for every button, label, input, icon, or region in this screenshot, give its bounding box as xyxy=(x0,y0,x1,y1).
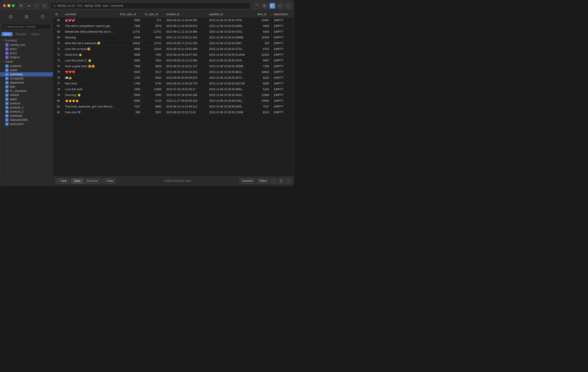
table-cell[interactable]: 1780 xyxy=(117,75,143,81)
table-cell[interactable]: 15354 xyxy=(255,35,272,40)
sidebar-item-comments[interactable]: ≡ comments xyxy=(0,72,53,76)
table-row[interactable]: 75❤️❤️❤️556920172015-09-30 16:50:20.5032… xyxy=(53,69,294,75)
maximize-button[interactable] xyxy=(12,4,15,7)
prev-page-button[interactable]: ‹ xyxy=(271,178,277,184)
sidebar-item-department[interactable]: ≡ department xyxy=(0,80,53,85)
sidebar-item-academic[interactable]: ≡ academic xyxy=(0,64,53,68)
sidebar-item-proc1[interactable]: f proc1 xyxy=(0,47,53,51)
table-cell[interactable]: 9448 xyxy=(117,35,143,40)
add-table-button[interactable]: + Table xyxy=(55,178,70,184)
table-cell[interactable]: Wow that hat is awesome 😮 xyxy=(63,40,117,46)
table-cell[interactable]: 82 xyxy=(53,110,63,115)
table-cell[interactable]: 72 xyxy=(53,52,63,58)
table-cell[interactable]: 2015-12-08 15:30:55.83586 xyxy=(207,63,255,69)
table-cell[interactable]: 2015-12-08 15:30:56.0825... xyxy=(207,104,255,110)
refresh-icon[interactable] xyxy=(254,3,260,9)
table-row[interactable]: 73Love this photo 🗒 🌟556976342015-09-06 … xyxy=(53,58,294,63)
table-cell[interactable]: 2015-12-08 15:30:54.9710... xyxy=(207,46,255,52)
table-cell[interactable]: Stunning xyxy=(63,35,117,40)
table-cell[interactable]: 2017 xyxy=(143,69,164,75)
db-icon[interactable] xyxy=(7,13,14,20)
table-cell[interactable]: 2015-08-26 22:31:21.62 xyxy=(164,110,207,115)
table-cell[interactable]: 2015-12-08 15:30:54.9397... xyxy=(207,40,255,46)
table-row[interactable]: 70Wow that hat is awesome 😮1091612741201… xyxy=(53,40,294,46)
table-cell[interactable]: 7017 xyxy=(255,104,272,110)
table-cell[interactable]: 15659 xyxy=(255,98,272,104)
sidebar-search[interactable]: Search for item: ^name$... xyxy=(2,24,51,30)
table-cell[interactable]: 9007 xyxy=(255,58,272,63)
table-cell[interactable]: 79 xyxy=(53,92,63,98)
table-cell[interactable]: 2015-08-06 00:05:49.876 xyxy=(164,75,207,81)
table-cell[interactable]: 73 xyxy=(53,58,63,63)
table-cell[interactable]: 75 xyxy=(53,69,63,75)
table-cell[interactable]: Such a great shot! 😍😍 xyxy=(63,63,117,69)
sidebar-item-country-hos[interactable]: f country_hos xyxy=(0,43,53,47)
lock-icon[interactable] xyxy=(42,3,47,9)
table-cell[interactable]: 5569 xyxy=(117,58,143,63)
sidebar-item-realestate[interactable]: ≡ realestate xyxy=(0,114,53,118)
table-cell[interactable]: 3076 xyxy=(143,23,164,29)
table-cell[interactable]: EMPTY xyxy=(272,58,294,63)
table-row[interactable]: 66💕💕💕55695712015-09-26 11:43:04.3912015-… xyxy=(53,18,294,23)
table-sidebar-icon[interactable] xyxy=(23,13,30,20)
table-row[interactable]: 81That looks awesome, girl! Love that ou… xyxy=(53,104,294,110)
table-cell[interactable]: 2015-08-13 16:50:05.015 xyxy=(164,23,207,29)
table-cell[interactable]: 571 xyxy=(143,18,164,23)
table-cell[interactable]: EMPTY xyxy=(272,23,294,29)
table-cell[interactable]: 2015-10-25 19:26:00.366 xyxy=(164,92,207,98)
col-from-user-id[interactable]: from_user_id xyxy=(117,11,143,18)
table-cell[interactable]: 2015-11-27 09:26:55.333 xyxy=(164,98,207,104)
table-cell[interactable]: EMPTY xyxy=(272,110,294,115)
sidebar-item-salesjan2009[interactable]: ≡ SalesJan2009 xyxy=(0,118,53,122)
query-icon[interactable] xyxy=(39,13,46,20)
table-cell[interactable]: EMPTY xyxy=(272,81,294,87)
table-cell[interactable]: EMPTY xyxy=(272,92,294,98)
sidebar-item-products-2[interactable]: ≡ products_2 xyxy=(0,110,53,114)
table-cell[interactable]: That looks awesome, girl! Love that outf… xyxy=(63,104,117,110)
functions-section[interactable]: ▼ Functions xyxy=(0,38,53,43)
col-attachment[interactable]: attachment xyxy=(272,11,294,18)
table-cell[interactable]: 10461 xyxy=(255,18,272,23)
table-cell[interactable]: 5340 xyxy=(143,35,164,40)
sidebar-item-paper[interactable]: ≡ paper xyxy=(0,97,53,101)
sidebar-item-techcrunch[interactable]: ≡ techcrunch xyxy=(0,122,53,126)
table-cell[interactable]: 5569 xyxy=(117,52,143,58)
table-cell[interactable]: 2015-08-29 11:19:52.096 xyxy=(164,46,207,52)
table-cell[interactable]: 2015-12-08 15:30:55.931706 xyxy=(207,81,255,87)
table-cell[interactable]: 2015-09-11 21:33:10.996 xyxy=(164,29,207,35)
table-cell[interactable]: 6934 xyxy=(255,23,272,29)
close-button[interactable] xyxy=(3,4,6,7)
table-cell[interactable]: 2015-12-08 15:30:54.7878... xyxy=(207,18,255,23)
table-cell[interactable]: 2015-09-26 11:43:04.391 xyxy=(164,18,207,23)
connection-bar[interactable]: MySQL 8.0.12 : TLS : MySQL 3308 : tono :… xyxy=(51,2,251,9)
table-cell[interactable]: 2015-08-05 13:36:29.776 xyxy=(164,81,207,87)
table-row[interactable]: 77Nice shot!178057922015-08-05 13:36:29.… xyxy=(53,81,294,87)
table-cell[interactable]: Great shot 👏 xyxy=(63,52,117,58)
table-cell[interactable]: 2015-12-08 15:30:54.8753... xyxy=(207,29,255,35)
table-cell[interactable]: 67 xyxy=(53,23,63,29)
table-cell[interactable]: 8995 xyxy=(143,104,164,110)
grid-icon[interactable] xyxy=(262,3,267,9)
table-row[interactable]: 82Cute shot 💙59935572015-08-26 22:31:21.… xyxy=(53,110,294,115)
list-icon[interactable] xyxy=(34,3,40,9)
table-cell[interactable]: 2015-12-08 15:30:55.0476... xyxy=(207,58,255,63)
col-comment[interactable]: comment xyxy=(63,11,117,18)
table-cell[interactable]: 2015-09-30 16:50:20.503 xyxy=(164,69,207,75)
table-cell[interactable]: 599 xyxy=(117,110,143,115)
table-cell[interactable]: 6763 xyxy=(255,46,272,52)
table-row[interactable]: 68Deleted the other preferred this one h… xyxy=(53,29,294,35)
table-cell[interactable]: EMPTY xyxy=(272,87,294,92)
col-to-user-id[interactable]: to_user_id xyxy=(143,11,164,18)
table-cell[interactable]: EMPTY xyxy=(272,29,294,35)
table-cell[interactable]: 2015-08-14 10:14:49.212 xyxy=(164,104,207,110)
table-cell[interactable]: Deleted the other preferred this one hah… xyxy=(63,29,117,35)
table-cell[interactable]: EMPTY xyxy=(272,35,294,40)
table-cell[interactable]: 74 xyxy=(53,63,63,69)
page-settings-button[interactable] xyxy=(278,178,284,184)
table-cell[interactable]: 2015-12-08 15:30:54.8368... xyxy=(207,23,255,29)
table-cell[interactable]: 3557 xyxy=(143,110,164,115)
table-cell[interactable]: 9346 xyxy=(255,29,272,35)
table-cell[interactable]: 2015-12-08 15:30:55.011634 xyxy=(207,52,255,58)
table-row[interactable]: 76👀👍178064342015-08-06 00:05:49.8762015-… xyxy=(53,75,294,81)
table-cell[interactable]: 5142 xyxy=(255,87,272,92)
